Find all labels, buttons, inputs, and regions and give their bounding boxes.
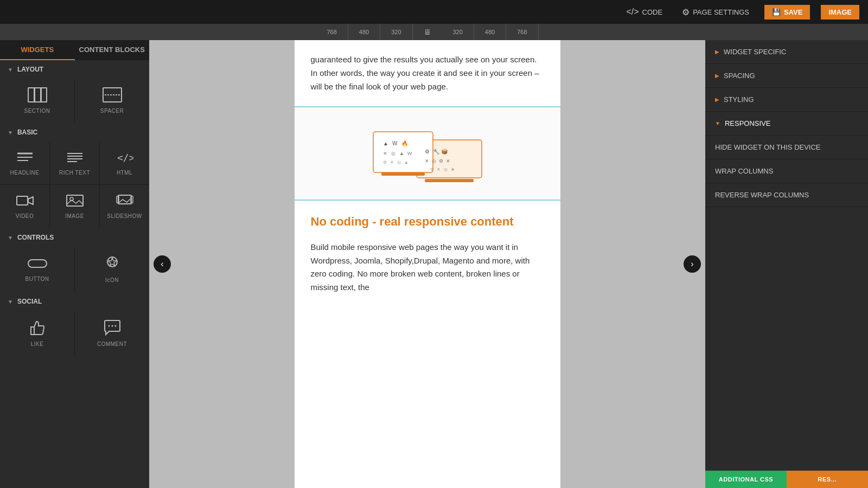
widget-comment[interactable]: COMMENT	[75, 311, 149, 356]
wrap-columns-label[interactable]: WRAP COLUMNS	[705, 159, 868, 183]
svg-text:W: W	[392, 140, 398, 146]
social-chevron-icon: ▼	[8, 299, 13, 305]
styling-panel[interactable]: ▶ STYLING	[705, 88, 868, 112]
top-bar: </> CODE ⚙ PAGE SETTINGS 💾 SAVE IMAGE	[0, 0, 868, 24]
icon-widget-icon	[104, 255, 121, 274]
button-icon	[28, 256, 47, 273]
spacing-panel[interactable]: ▶ SPACING	[705, 64, 868, 88]
svg-text:✕: ✕	[437, 167, 441, 172]
like-icon	[29, 319, 46, 338]
svg-text:▲: ▲	[404, 160, 409, 165]
additional-css-button[interactable]: ADDITIONAL CSS	[705, 471, 787, 488]
page-settings-button[interactable]: ⚙ PAGE SETTINGS	[678, 5, 754, 20]
styling-label: STYLING	[724, 95, 754, 104]
svg-marker-15	[28, 197, 33, 204]
widget-button[interactable]: BUTTON	[0, 247, 74, 292]
widget-like-label: LIKE	[31, 341, 44, 347]
svg-text:✕: ✕	[425, 158, 429, 164]
widget-headline[interactable]: HEADLINE	[0, 142, 49, 184]
svg-text:◎: ◎	[397, 160, 401, 165]
controls-section-header[interactable]: ▼ CONTROLS	[0, 228, 149, 247]
svg-rect-16	[67, 195, 83, 206]
widget-specific-label: WIDGET SPECIFIC	[724, 48, 786, 56]
heading-block: No coding - real responsive content	[295, 201, 560, 234]
widget-icon-label: IcON	[105, 277, 119, 283]
additional-css-label: ADDITIONAL CSS	[719, 476, 773, 483]
tab-content-blocks[interactable]: CONTENT BLOCKS	[75, 40, 150, 60]
widget-slideshow[interactable]: SLIDESHOW	[100, 185, 149, 228]
canvas-content: guaranteed to give the results you actua…	[295, 40, 560, 488]
ruler-mark-480l: 480	[348, 24, 380, 40]
tab-widgets[interactable]: WIDGETS	[0, 40, 75, 60]
svg-text:⚙: ⚙	[430, 167, 434, 172]
tab-bar: WIDGETS CONTENT BLOCKS	[0, 40, 149, 60]
reverse-wrap-columns-label[interactable]: REVERSE WRAP COLUMNS	[705, 183, 868, 207]
widget-image[interactable]: IMAGE	[50, 185, 99, 228]
left-sidebar: WIDGETS CONTENT BLOCKS ▼ LAYOUT SECTION	[0, 40, 149, 488]
richtext-icon	[66, 150, 84, 166]
widget-like[interactable]: LIKE	[0, 311, 74, 356]
basic-section-header[interactable]: ▼ BASIC	[0, 123, 149, 142]
widget-headline-label: HEADLINE	[10, 170, 39, 176]
canvas-nav-left-button[interactable]: ‹	[154, 255, 171, 273]
social-widget-grid: LIKE COMMENT	[0, 311, 149, 356]
code-button[interactable]: </> CODE	[622, 5, 667, 19]
social-section-label: SOCIAL	[17, 298, 42, 305]
svg-point-25	[108, 325, 110, 327]
canvas-scroll[interactable]: guaranteed to give the results you actua…	[149, 40, 705, 488]
svg-text:◎: ◎	[391, 151, 395, 156]
svg-text:✕: ✕	[446, 158, 450, 164]
widget-video[interactable]: VIDEO	[0, 185, 49, 228]
main-layout: WIDGETS CONTENT BLOCKS ▼ LAYOUT SECTION	[0, 40, 868, 488]
ruler-mark-768l: 768	[316, 24, 348, 40]
save-label: SAVE	[784, 8, 802, 16]
gear-icon: ⚙	[682, 7, 690, 17]
svg-text:⚙: ⚙	[439, 158, 443, 164]
responsive-panel[interactable]: ▼ RESPONSIVE	[705, 112, 868, 136]
layout-chevron-icon: ▼	[8, 67, 13, 73]
layout-widget-grid: SECTION SPACER	[0, 79, 149, 123]
cms-illustration: ⚙ 🔧 📦 ✕ ◎ ⚙ ✕ ⚙ ✕ ◎ ★ ▲ W 🔥	[362, 118, 493, 189]
widget-specific-panel[interactable]: ▶ WIDGET SPECIFIC	[705, 40, 868, 64]
save-button[interactable]: 💾 SAVE	[764, 5, 810, 20]
svg-text:📦: 📦	[441, 148, 448, 155]
ruler: 768 480 320 🖥 320 480 768	[0, 24, 868, 40]
svg-text:⚙: ⚙	[425, 149, 430, 155]
svg-point-26	[111, 325, 113, 327]
hide-widget-label[interactable]: HIDE WIDGET ON THIS DEVICE	[705, 136, 868, 159]
paragraph-2: Build mobile responsive web pages the wa…	[311, 241, 544, 294]
image-mode-button[interactable]: IMAGE	[821, 5, 859, 20]
widget-rich-text[interactable]: RICH TEXT	[50, 142, 99, 184]
svg-point-27	[114, 325, 116, 327]
text-block-2: Build mobile responsive web pages the wa…	[295, 234, 560, 307]
widget-html[interactable]: </> HTML	[100, 142, 149, 184]
widget-spacer-label: SPACER	[100, 108, 124, 114]
widget-rich-text-label: RICH TEXT	[59, 170, 90, 176]
svg-text:W: W	[407, 151, 412, 156]
svg-text:</>: </>	[117, 152, 133, 163]
widget-specific-chevron-icon: ▶	[715, 49, 719, 55]
right-sidebar-spacer	[705, 207, 868, 471]
social-section-header[interactable]: ▼ SOCIAL	[0, 292, 149, 311]
paragraph-1: guaranteed to give the results you actua…	[311, 53, 544, 93]
widget-icon[interactable]: IcON	[75, 247, 149, 292]
layout-section-header[interactable]: ▼ LAYOUT	[0, 60, 149, 79]
widget-section[interactable]: SECTION	[0, 79, 74, 123]
reset-button[interactable]: RES...	[787, 471, 868, 488]
slideshow-icon	[116, 194, 133, 210]
right-sidebar: ▶ WIDGET SPECIFIC ▶ SPACING ▶ STYLING ▼ …	[705, 40, 868, 488]
spacing-label: SPACING	[724, 72, 755, 80]
comment-icon	[104, 319, 121, 338]
image-block: ⚙ 🔧 📦 ✕ ◎ ⚙ ✕ ⚙ ✕ ◎ ★ ▲ W 🔥	[295, 107, 560, 201]
canvas-nav-right-button[interactable]: ›	[684, 255, 701, 273]
svg-marker-23	[108, 258, 117, 266]
svg-text:▲: ▲	[399, 151, 404, 156]
canvas-area: ‹ › guaranteed to give the results you a…	[149, 40, 705, 488]
hide-widget-text: HIDE WIDGET ON THIS DEVICE	[715, 143, 821, 151]
ruler-mark-320r: 320	[442, 24, 474, 40]
widget-image-label: IMAGE	[65, 213, 84, 219]
controls-section-label: CONTROLS	[17, 234, 54, 241]
widget-spacer[interactable]: SPACER	[75, 79, 149, 123]
svg-text:✕: ✕	[390, 160, 394, 165]
spacing-chevron-icon: ▶	[715, 73, 719, 79]
